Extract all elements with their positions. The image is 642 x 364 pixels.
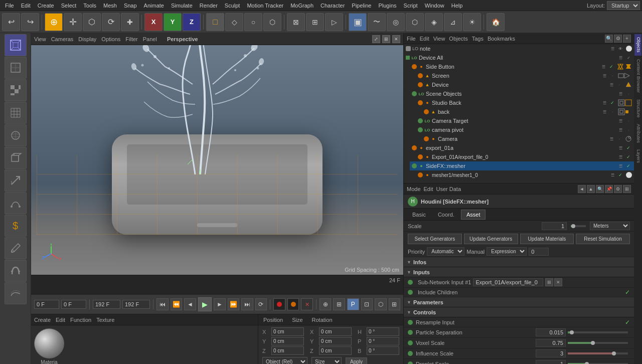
tab-attributes[interactable]: Attributes: [634, 121, 641, 146]
attr-extra-icon[interactable]: ⊞: [623, 185, 631, 193]
obj-header-edit[interactable]: Edit: [420, 36, 429, 42]
checkerboard-icon[interactable]: [5, 79, 27, 101]
layout-select[interactable]: Startup: [607, 1, 640, 10]
attr-header-edit[interactable]: Edit: [424, 186, 433, 192]
point-mode-button[interactable]: ⬡: [263, 13, 281, 31]
arrow-icon[interactable]: [5, 169, 27, 192]
scale-slider[interactable]: [571, 225, 586, 227]
live-selection-button[interactable]: ⊕: [45, 13, 63, 31]
obj-header-file[interactable]: File: [407, 36, 416, 42]
pos-z-input[interactable]: [271, 346, 304, 355]
list-item[interactable]: LO Device All ☰ ✓: [404, 53, 634, 62]
pos-x-input[interactable]: [271, 327, 304, 336]
menu-tools[interactable]: Tools: [80, 2, 99, 10]
camera-button[interactable]: ⊿: [444, 13, 462, 31]
spline-button[interactable]: 〜: [368, 13, 386, 31]
obj-search-icon[interactable]: 🔍: [605, 35, 613, 43]
object-mode-button[interactable]: □: [206, 13, 224, 31]
scale-unit-select[interactable]: Meters Centimeters: [590, 222, 630, 230]
viewport-options-menu[interactable]: Options: [101, 36, 120, 42]
attr-header-userdata[interactable]: User Data: [436, 186, 461, 192]
magnet-icon[interactable]: [5, 260, 27, 282]
menu-snap[interactable]: Snap: [121, 2, 140, 10]
sub-network-value[interactable]: [473, 278, 543, 286]
tab-objects[interactable]: Objects: [634, 34, 641, 56]
x-axis-button[interactable]: X: [144, 13, 163, 31]
play-reverse-button[interactable]: ◄: [184, 298, 196, 310]
rot-b-input[interactable]: [367, 346, 399, 355]
viewport-display-menu[interactable]: Display: [78, 36, 96, 42]
menu-file[interactable]: File: [2, 2, 17, 10]
select-generators-button[interactable]: Select Generators: [408, 234, 462, 244]
menu-edit[interactable]: Edit: [18, 2, 34, 10]
voxel-scale-slider[interactable]: [568, 342, 628, 344]
menu-simulate[interactable]: Simulate: [168, 2, 196, 10]
influence-scale-input[interactable]: [536, 349, 566, 357]
mat-header-function[interactable]: Function: [70, 317, 91, 323]
list-item[interactable]: ● Camera ☰ ·: [422, 134, 634, 143]
menu-mograph[interactable]: MoGraph: [287, 2, 316, 10]
move-button[interactable]: ✛: [64, 13, 82, 31]
viewport-3d[interactable]: Grid Spacing : 500 cm X Y Z: [31, 45, 403, 275]
update-materials-button[interactable]: Update Materials: [520, 234, 574, 244]
menu-help[interactable]: Help: [448, 2, 466, 10]
keyframe-tools-1[interactable]: ⊕: [319, 298, 332, 310]
obj-add-icon[interactable]: +: [623, 35, 631, 43]
menu-animate[interactable]: Animate: [141, 2, 167, 10]
menu-character[interactable]: Character: [317, 2, 348, 10]
timeline-settings-button[interactable]: ⊞: [389, 298, 401, 310]
input-clear-btn[interactable]: ✕: [554, 278, 562, 286]
generator-button[interactable]: ◎: [387, 13, 405, 31]
rot-p-input[interactable]: [367, 337, 399, 345]
frame-all-button[interactable]: ⊠: [287, 13, 305, 31]
tab-structure[interactable]: Structure: [634, 96, 641, 121]
attr-section-infos[interactable]: ▼ Infos: [404, 257, 634, 267]
tab-basic[interactable]: Basic: [407, 210, 431, 220]
bezier-icon[interactable]: [5, 192, 27, 214]
menu-render[interactable]: Render: [197, 2, 221, 10]
go-start-button[interactable]: ⏮: [156, 298, 169, 310]
step-forward-button[interactable]: ⏩: [228, 298, 240, 310]
polygon-mode-button[interactable]: ◇: [225, 13, 243, 31]
loop-button[interactable]: ⟳: [255, 298, 267, 310]
viewport-split-button[interactable]: ⊞: [382, 35, 390, 43]
list-item[interactable]: ● Side Button ☰ ✓: [410, 62, 634, 71]
tab-layers[interactable]: Layers: [634, 146, 641, 166]
sphere-icon[interactable]: [5, 124, 27, 146]
obj-header-view[interactable]: View: [433, 36, 445, 42]
render-button[interactable]: ▷: [325, 13, 343, 31]
size-y-input[interactable]: [319, 337, 352, 345]
priority-auto-select[interactable]: Automatic: [427, 247, 464, 256]
menu-motion-tracker[interactable]: Motion Tracker: [244, 2, 286, 10]
light-button[interactable]: ☀: [463, 13, 481, 31]
attr-section-parameters[interactable]: ▼ Parameters: [404, 297, 634, 307]
viewport-close-button[interactable]: ✕: [392, 35, 400, 43]
input-link-btn[interactable]: ⊞: [545, 278, 553, 286]
transform-button[interactable]: ✚: [121, 13, 139, 31]
redo-button[interactable]: ↪: [21, 13, 39, 31]
priority-value-input[interactable]: [529, 248, 549, 256]
tab-coord[interactable]: Coord.: [432, 210, 460, 220]
undo-button[interactable]: ↩: [2, 13, 20, 31]
size-mode-select[interactable]: Size: [311, 357, 342, 364]
top-view-icon[interactable]: [5, 57, 27, 79]
deformer-button[interactable]: ⬡: [406, 13, 424, 31]
keyframe-tools-4[interactable]: ⊡: [361, 298, 373, 310]
size-z-input[interactable]: [319, 346, 352, 355]
reset-simulation-button[interactable]: Reset Simulation: [576, 234, 630, 244]
obj-header-objects[interactable]: Objects: [449, 36, 467, 42]
size-x-input[interactable]: [319, 327, 352, 336]
list-item[interactable]: ● export_01a ☰ ✓: [410, 143, 634, 152]
menu-script[interactable]: Script: [401, 2, 421, 10]
viewport-view-menu[interactable]: View: [34, 36, 46, 42]
attr-header-mode[interactable]: Mode: [407, 186, 421, 192]
apply-button[interactable]: Apply: [346, 357, 367, 364]
record-stop-button[interactable]: ✕: [301, 298, 313, 310]
mat-header-edit[interactable]: Edit: [56, 317, 65, 323]
play-button[interactable]: ▶: [198, 297, 212, 311]
priority-expr-select[interactable]: Expression: [487, 247, 527, 256]
smooth-icon[interactable]: [5, 282, 27, 304]
grid-icon[interactable]: [5, 102, 27, 124]
z-axis-button[interactable]: Z: [183, 13, 201, 31]
edge-mode-button[interactable]: ○: [244, 13, 262, 31]
